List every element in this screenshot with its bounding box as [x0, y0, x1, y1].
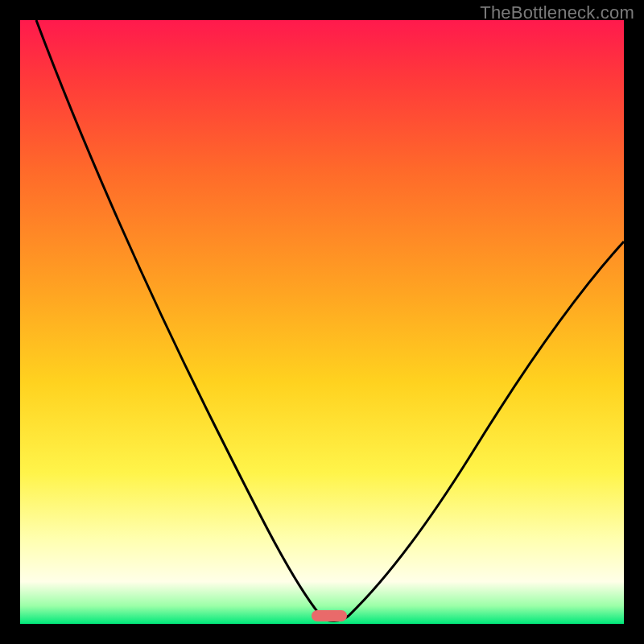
chart-frame [20, 20, 624, 624]
watermark-text: TheBottleneck.com [480, 2, 634, 23]
optimal-marker [312, 610, 347, 621]
chart-gradient-background [20, 20, 624, 624]
